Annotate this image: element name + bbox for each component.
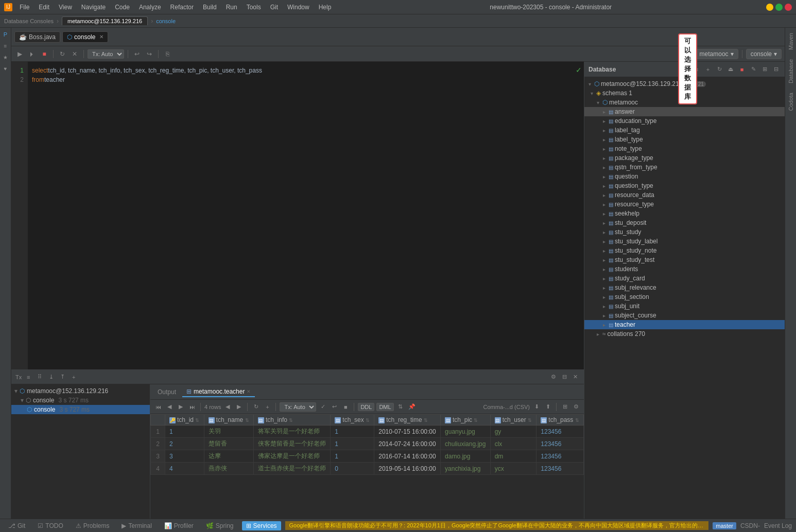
db-table-package_type[interactable]: ▸▤package_type	[584, 153, 785, 163]
db-schema-icon[interactable]: ⊞	[760, 65, 769, 74]
db-table-stu_study_note[interactable]: ▸▤stu_study_note	[584, 246, 785, 255]
tch-pic-header[interactable]: ▤tch_pic ⇅	[441, 415, 491, 425]
stop-button[interactable]: ■	[39, 49, 49, 59]
menu-view[interactable]: View	[55, 3, 76, 12]
db-table-stu_deposit[interactable]: ▸▤stu_deposit	[584, 218, 785, 227]
redo-button[interactable]: ↪	[144, 49, 154, 59]
tch-sex-header[interactable]: ▤tch_sex ⇅	[331, 415, 374, 425]
close-panel-icon[interactable]: ✕	[570, 373, 580, 382]
menu-build[interactable]: Build	[199, 3, 221, 12]
console-file-tab[interactable]: ⬡ console ✕	[62, 31, 108, 43]
db-table-seekhelp[interactable]: ▸▤seekhelp	[584, 209, 785, 218]
tch-user-header[interactable]: ▤tch_user ⇅	[490, 415, 537, 425]
terminal-tab[interactable]: ▶ Terminal	[117, 521, 155, 530]
menu-bar[interactable]: File Edit View Navigate Code Analyze Ref…	[15, 3, 335, 12]
spring-tab[interactable]: 🌿 Spring	[202, 521, 238, 530]
services-tab[interactable]: ⊞ Services	[242, 521, 281, 530]
structure-icon[interactable]: ≡	[1, 41, 10, 50]
menu-window[interactable]: Window	[283, 3, 314, 12]
db-table-qstn_from_type[interactable]: ▸▤qstn_from_type	[584, 163, 785, 172]
import-btn[interactable]: ⬆	[543, 402, 552, 412]
menu-code[interactable]: Code	[111, 3, 134, 12]
dml-btn[interactable]: DML	[376, 403, 393, 411]
maven-tab[interactable]: Maven	[787, 30, 795, 53]
database-tab[interactable]: Database	[787, 56, 795, 86]
stop-result-btn[interactable]: ■	[341, 402, 350, 412]
svc-console-sub-item[interactable]: ⬡ console 3 s 727 ms	[11, 405, 150, 414]
problems-tab[interactable]: ⚠ Problems	[72, 521, 114, 530]
event-log-btn[interactable]: Event Log	[764, 522, 792, 529]
refresh-button[interactable]: ↻	[57, 49, 67, 59]
bottom-panel-icons[interactable]: ⚙ ⊟ ✕	[549, 373, 580, 382]
menu-git[interactable]: Git	[266, 3, 282, 12]
table-row[interactable]: 4 4 燕赤侠 道士燕赤侠是一个好老师 0 2019-05-14 16:00:0…	[151, 463, 584, 475]
db-table-stu_study[interactable]: ▸▤stu_study	[584, 227, 785, 237]
db-table-label_tag[interactable]: ▸▤label_tag	[584, 126, 785, 135]
branch-indicator[interactable]: master	[713, 522, 736, 529]
db-table-resource_data[interactable]: ▸▤resource_data	[584, 190, 785, 200]
menu-run[interactable]: Run	[222, 3, 241, 12]
window-controls[interactable]	[766, 4, 792, 11]
close-button[interactable]	[785, 4, 792, 11]
todo-tab[interactable]: ☑ TODO	[33, 521, 67, 530]
db-table-students[interactable]: ▸▤students	[584, 264, 785, 274]
add-row-btn[interactable]: +	[263, 402, 272, 412]
first-row-btn[interactable]: ⏮	[153, 402, 163, 412]
last-row-btn[interactable]: ⏭	[187, 402, 197, 412]
table-row[interactable]: 1 1 关羽 将军关羽是一个好老师 1 2010-07-15 16:00:00 …	[151, 425, 584, 438]
db-table-education_type[interactable]: ▸▤education_type	[584, 116, 785, 126]
btn4[interactable]: ⤒	[58, 373, 67, 382]
next-row-btn[interactable]: ▶	[176, 402, 185, 412]
svc-console-item[interactable]: ▾ ⬡ console 3 s 727 ms	[11, 396, 150, 405]
db-table-label_type[interactable]: ▸▤label_type	[584, 135, 785, 144]
db-table-resource_type[interactable]: ▸▤resource_type	[584, 200, 785, 209]
boss-java-tab[interactable]: ☕ Boss.java	[14, 31, 60, 43]
sql-code-area[interactable]: select tch_id, tch_name, tch_info, tch_s…	[28, 62, 574, 369]
db-stop-icon[interactable]: ■	[737, 65, 747, 74]
db-add-icon[interactable]: +	[703, 65, 713, 74]
btn1[interactable]: ≡	[24, 373, 33, 382]
project-icon[interactable]: P	[1, 30, 10, 39]
tch-id-header[interactable]: 🔑tch_id ⇅	[165, 415, 204, 425]
tch-name-header[interactable]: ▤tch_name ⇅	[204, 415, 253, 425]
bottom-tabs[interactable]: Tx ≡ ⠿ ⤓ ⤒ +	[15, 373, 78, 382]
output-tab[interactable]: Output	[153, 387, 180, 397]
console-select-button[interactable]: console ▾	[746, 49, 782, 59]
bookmark-icon[interactable]: ★	[1, 52, 10, 62]
btn2[interactable]: ⠿	[35, 373, 44, 382]
db-table-study_card[interactable]: ▸▤study_card	[584, 274, 785, 283]
tx-select[interactable]: Tx: Auto	[88, 49, 124, 59]
layout-icon[interactable]: ⊟	[560, 373, 569, 382]
db-table-subj_relevance[interactable]: ▸▤subj_relevance	[584, 283, 785, 292]
favorites-icon[interactable]: ♥	[1, 64, 10, 73]
db-table-stu_study_test[interactable]: ▸▤stu_study_test	[584, 255, 785, 264]
view-btn[interactable]: ⊞	[560, 402, 569, 412]
tx-select-result[interactable]: Tx: Auto	[280, 402, 316, 412]
table-row[interactable]: 2 2 楚留香 侠客楚留香是一个好老师 1 2014-07-24 16:00:0…	[151, 438, 584, 450]
rows-nav-next[interactable]: ▶	[234, 402, 244, 412]
collations-item[interactable]: ▸ ≈ collations 270	[584, 329, 785, 339]
db-connection-tab[interactable]: metamooc@152.136.129.216	[62, 16, 148, 25]
db-edit-icon[interactable]: ✎	[749, 65, 758, 74]
db-table-stu_study_label[interactable]: ▸▤stu_study_label	[584, 237, 785, 246]
console-tab[interactable]: console	[156, 18, 176, 24]
db-table-question[interactable]: ▸▤question	[584, 172, 785, 181]
db-table-subj_unit[interactable]: ▸▤subj_unit	[584, 302, 785, 311]
sql-editor[interactable]: 1 2 select tch_id, tch_name, tch_info, t…	[11, 62, 584, 369]
tch-reg-time-header[interactable]: ▤tch_reg_time ⇅	[374, 415, 441, 425]
execute-button[interactable]: ▶	[14, 49, 25, 59]
rollback-btn[interactable]: ↩	[330, 402, 339, 412]
settings-result-btn[interactable]: ⚙	[572, 402, 581, 412]
db-filter-icon[interactable]: ⊟	[771, 65, 781, 74]
settings-icon[interactable]: ⚙	[549, 373, 558, 382]
menu-analyze[interactable]: Analyze	[135, 3, 165, 12]
format-button[interactable]: ⎘	[162, 49, 172, 59]
cancel-button[interactable]: ✕	[70, 49, 80, 59]
db-table-answer[interactable]: ▸▤answer	[584, 107, 785, 116]
minimize-button[interactable]	[766, 4, 773, 11]
profiler-tab[interactable]: 📊 Profiler	[160, 521, 198, 530]
menu-refactor[interactable]: Refactor	[166, 3, 198, 12]
git-tab[interactable]: ⎇ Git	[4, 521, 29, 530]
svc-db-item[interactable]: ▾ ⬡ metamooc@152.136.129.216	[11, 386, 150, 396]
menu-help[interactable]: Help	[315, 3, 336, 12]
